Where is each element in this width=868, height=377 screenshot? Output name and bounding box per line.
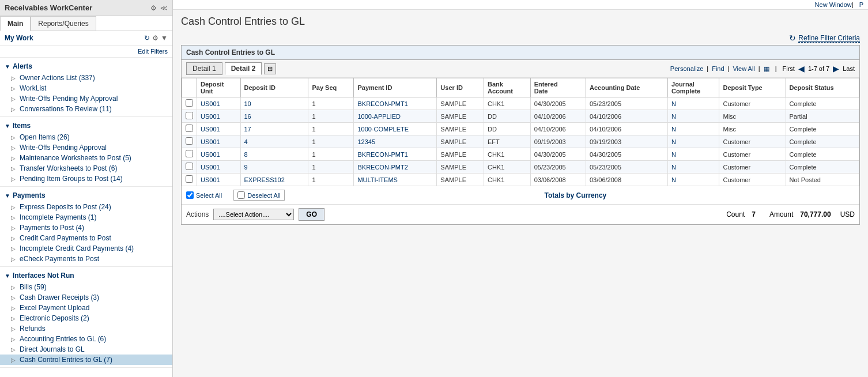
detail2-tab[interactable]: Detail 2 [225, 62, 262, 75]
sidebar-item-label-interfaces-7[interactable]: Cash Control Entries to GL (7) [20, 356, 112, 364]
sidebar-item-label-interfaces-1[interactable]: Cash Drawer Receipts (3) [20, 293, 99, 301]
sidebar-item-label-alerts-0[interactable]: Owner Actions List (337) [20, 74, 95, 82]
tab-main[interactable]: Main [0, 16, 31, 31]
sidebar-item-items-3[interactable]: ▷Transfer Worksheets to Post (6) [0, 163, 172, 174]
select-all-label[interactable]: Select All [196, 192, 222, 199]
sidebar-item-interfaces-3[interactable]: ▷Electronic Deposits (2) [0, 313, 172, 323]
sidebar-item-label-items-1[interactable]: Write-Offs Pending Approval [20, 144, 107, 152]
bar-sep2: | [728, 65, 730, 72]
sidebar-item-label-interfaces-3[interactable]: Electronic Deposits (2) [20, 314, 89, 322]
chevron-down-icon[interactable]: ▼ [161, 34, 168, 42]
sidebar-item-items-2[interactable]: ▷Maintenance Worksheets to Post (5) [0, 153, 172, 163]
sidebar-item-alerts-2[interactable]: ▷Write-Offs Pending My Approval [0, 93, 172, 104]
edit-filters-link[interactable]: Edit Filters [138, 48, 168, 55]
p-link[interactable]: P [859, 1, 863, 8]
sidebar-item-label-payments-1[interactable]: Incomplete Payments (1) [20, 213, 96, 221]
sidebar-item-payments-4[interactable]: ▷Incomplete Credit Card Payments (4) [0, 243, 172, 254]
sidebar-item-payments-3[interactable]: ▷Credit Card Payments to Post [0, 233, 172, 243]
sidebar-item-label-payments-3[interactable]: Credit Card Payments to Post [20, 234, 111, 242]
sidebar-item-payments-5[interactable]: ▷eCheck Payments to Post [0, 254, 172, 264]
row-deposit-unit-3: US001 [197, 135, 241, 148]
sidebar-item-label-alerts-1[interactable]: WorkList [20, 84, 46, 92]
sidebar-item-label-payments-4[interactable]: Incomplete Credit Card Payments (4) [20, 244, 134, 252]
sidebar-item-label-interfaces-0[interactable]: Bills (59) [20, 283, 47, 291]
row-user-id-0: SAMPLE [437, 97, 484, 110]
sidebar-section-header-payments[interactable]: ▼Payments [0, 189, 172, 202]
refresh-icon[interactable]: ↻ [144, 34, 150, 42]
sidebar-item-items-0[interactable]: ▷Open Items (26) [0, 132, 172, 142]
select-all-checkbox[interactable] [186, 191, 194, 199]
sidebar-item-items-1[interactable]: ▷Write-Offs Pending Approval [0, 142, 172, 153]
sidebar-section-header-items[interactable]: ▼Items [0, 119, 172, 132]
sidebar-item-label-interfaces-2[interactable]: Excel Payment Upload [20, 304, 89, 312]
row-deposit-status-5: Complete [786, 161, 859, 174]
row-check-0[interactable] [182, 97, 197, 110]
sidebar-item-label-payments-5[interactable]: eCheck Payments to Post [20, 255, 99, 263]
gear-icon[interactable]: ⚙ [150, 4, 157, 12]
actions-select[interactable]: ....Select Action.... Post Delete View [213, 209, 294, 220]
triangle-icon: ▼ [5, 273, 10, 279]
actions-footer-row: Actions ....Select Action.... Post Delet… [182, 205, 859, 224]
sidebar-item-payments-1[interactable]: ▷Incomplete Payments (1) [0, 212, 172, 223]
personalize-link[interactable]: Personalize [670, 65, 703, 72]
sidebar-item-label-interfaces-6[interactable]: Direct Journals to GL [20, 345, 85, 353]
bar-sep4: | [775, 65, 777, 72]
row-deposit-id-2: 17 [240, 123, 308, 135]
detail1-tab[interactable]: Detail 1 [186, 62, 222, 75]
amount-label: Amount [769, 210, 793, 218]
row-payment-id-1: 1000-APPLIED [354, 110, 437, 123]
sidebar-item-alerts-0[interactable]: ▷Owner Actions List (337) [0, 73, 172, 83]
row-check-4[interactable] [182, 148, 197, 161]
sidebar-item-alerts-1[interactable]: ▷WorkList [0, 83, 172, 93]
sidebar-item-payments-2[interactable]: ▷Payments to Post (4) [0, 223, 172, 233]
row-pay-seq-2: 1 [308, 123, 354, 135]
prev-nav[interactable]: ◀ [798, 64, 805, 73]
sidebar-item-interfaces-0[interactable]: ▷Bills (59) [0, 282, 172, 292]
row-accounting-date-4: 04/30/2005 [586, 148, 667, 161]
th-entered-date: EnteredDate [530, 78, 586, 97]
sidebar-item-interfaces-5[interactable]: ▷Accounting Entries to GL (6) [0, 334, 172, 344]
sidebar-item-label-payments-0[interactable]: Express Deposits to Post (24) [20, 203, 111, 211]
sidebar-item-label-alerts-3[interactable]: Conversations To Review (11) [20, 105, 112, 113]
next-nav[interactable]: ▶ [833, 64, 839, 73]
deselect-all-checkbox[interactable] [237, 191, 245, 199]
find-link[interactable]: Find [712, 65, 724, 72]
sidebar-item-interfaces-4[interactable]: ▷Refunds [0, 323, 172, 334]
sidebar-item-label-items-3[interactable]: Transfer Worksheets to Post (6) [20, 164, 117, 172]
sidebar-item-payments-0[interactable]: ▷Express Deposits to Post (24) [0, 202, 172, 212]
sidebar-item-alerts-3[interactable]: ▷Conversations To Review (11) [0, 104, 172, 114]
sidebar-section-header-alerts[interactable]: ▼Alerts [0, 60, 172, 73]
collapse-icon[interactable]: ≪ [160, 4, 168, 12]
row-check-1[interactable] [182, 110, 197, 123]
view-all-link[interactable]: View All [733, 65, 754, 72]
go-button[interactable]: GO [299, 208, 324, 221]
row-check-3[interactable] [182, 135, 197, 148]
sidebar-item-label-interfaces-5[interactable]: Accounting Entries to GL (6) [20, 335, 106, 343]
sidebar-item-label-alerts-2[interactable]: Write-Offs Pending My Approval [20, 95, 118, 103]
row-deposit-type-1: Misc [719, 110, 786, 123]
sidebar-item-label-items-4[interactable]: Pending Item Groups to Post (14) [20, 175, 123, 183]
sidebar-section-header-interfaces[interactable]: ▼Interfaces Not Run [0, 269, 172, 282]
row-deposit-unit-1: US001 [197, 110, 241, 123]
sidebar-item-label-items-0[interactable]: Open Items (26) [20, 133, 70, 141]
totals-by-currency-label: Totals by Currency [296, 191, 855, 199]
sidebar-item-label-interfaces-4[interactable]: Refunds [20, 325, 46, 333]
new-window-link[interactable]: New Window [815, 1, 852, 8]
sidebar-item-interfaces-1[interactable]: ▷Cash Drawer Receipts (3) [0, 292, 172, 303]
deselect-all-label[interactable]: Deselect All [247, 192, 280, 199]
refine-filter-link[interactable]: Refine Filter Criteria [798, 34, 860, 43]
row-check-2[interactable] [182, 123, 197, 135]
sidebar-item-interfaces-6[interactable]: ▷Direct Journals to GL [0, 344, 172, 355]
row-pay-seq-3: 1 [308, 135, 354, 148]
sidebar-item-interfaces-7[interactable]: ▷Cash Control Entries to GL (7) [0, 355, 172, 365]
settings-icon[interactable]: ⚙ [152, 34, 158, 42]
sidebar-item-interfaces-2[interactable]: ▷Excel Payment Upload [0, 303, 172, 313]
row-check-5[interactable] [182, 161, 197, 174]
table-row: US001 4 1 12345 SAMPLE EFT 09/19/2003 09… [182, 135, 859, 148]
sidebar-item-label-items-2[interactable]: Maintenance Worksheets to Post (5) [20, 154, 131, 162]
row-check-6[interactable] [182, 174, 197, 186]
grid-icon-btn[interactable]: ⊞ [264, 63, 276, 74]
sidebar-item-label-payments-2[interactable]: Payments to Post (4) [20, 224, 84, 232]
sidebar-item-items-4[interactable]: ▷Pending Item Groups to Post (14) [0, 174, 172, 184]
tab-reports-queries[interactable]: Reports/Queries [31, 16, 96, 31]
